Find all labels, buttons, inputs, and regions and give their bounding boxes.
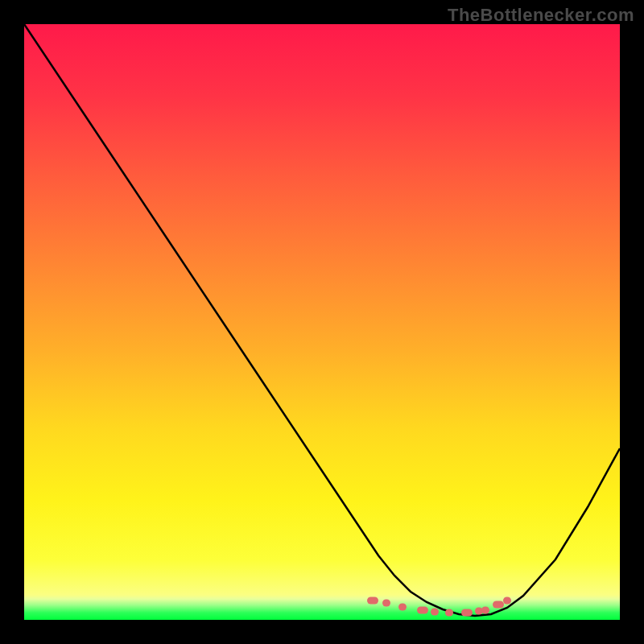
plot-area bbox=[24, 24, 620, 620]
chart-svg bbox=[24, 24, 620, 620]
curve-dot bbox=[417, 607, 428, 614]
watermark-label: TheBottlenecker.com bbox=[448, 5, 634, 26]
curve-dot bbox=[503, 597, 511, 605]
curve-dot bbox=[367, 597, 378, 605]
chart-container: TheBottlenecker.com bbox=[0, 0, 644, 644]
curve-dot bbox=[481, 607, 489, 614]
curve-dot bbox=[461, 609, 473, 617]
curve-dot bbox=[382, 600, 390, 607]
gradient-background bbox=[24, 24, 620, 620]
curve-dot bbox=[398, 604, 407, 611]
curve-dot bbox=[493, 601, 504, 609]
curve-dot bbox=[445, 609, 453, 617]
curve-dot bbox=[431, 609, 439, 616]
